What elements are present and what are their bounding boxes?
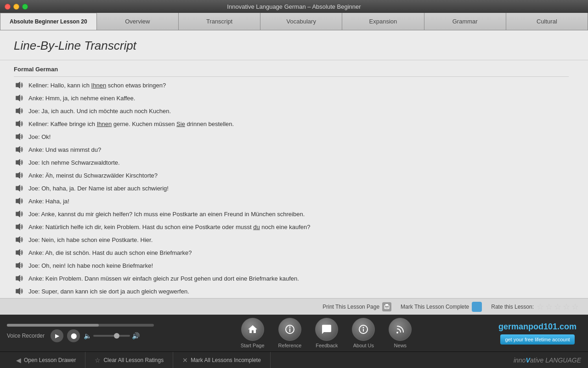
print-icon <box>382 302 391 311</box>
nav-start-page[interactable]: Start Page <box>241 318 265 348</box>
svg-marker-12 <box>16 236 20 243</box>
tab-grammar[interactable]: Grammar <box>424 13 506 30</box>
transcript-line: Joe: Ja, ich auch. Und ich möchte auch n… <box>14 105 569 118</box>
volume-slider[interactable]: 🔈 🔊 <box>84 332 140 339</box>
svg-rect-18 <box>385 304 388 306</box>
tab-active-lesson[interactable]: Absolute Beginner Lesson 20 <box>0 13 97 30</box>
brand-area: germanpod101.com get your free lifetime … <box>487 322 588 345</box>
maximize-button[interactable] <box>22 4 28 10</box>
transcript-line: Anke: Äh, meinst du Schwarzwälder Kirsch… <box>14 169 569 182</box>
innovative-logo-text: innoVative LANGUAGE <box>514 356 581 364</box>
audio-button-14[interactable] <box>14 248 25 258</box>
audio-button-7[interactable] <box>14 158 25 167</box>
line-text-13: Joe: Nein, ich habe schon eine Postkarte… <box>28 236 153 245</box>
tab-vocabulary[interactable]: Vocabulary <box>260 13 342 30</box>
recorder-progress <box>7 324 99 327</box>
transcript-line: Joe: Oh, haha, ja. Der Name ist aber auc… <box>14 182 569 195</box>
svg-marker-10 <box>16 211 20 218</box>
transcript-line: Joe: Super, dann kann ich sie dort ja au… <box>14 285 569 298</box>
svg-marker-3 <box>16 121 20 127</box>
svg-marker-0 <box>16 82 20 89</box>
action-bar: Print This Lesson Page Mark This Lesson … <box>0 298 588 315</box>
tab-bar: Absolute Beginner Lesson 20 Overview Tra… <box>0 13 588 30</box>
drawer-icon: ◀ <box>16 356 21 364</box>
volume-track <box>93 335 130 337</box>
audio-button-8[interactable] <box>14 171 25 180</box>
bottom-bar: Voice Recorder ▶ ⬤ 🔈 🔊 Start Page <box>0 315 588 351</box>
audio-button-15[interactable] <box>14 261 25 270</box>
mark-incomplete-button[interactable]: ✕ Mark All Lessons Incomplete <box>173 352 271 368</box>
complete-checkbox[interactable] <box>472 302 482 312</box>
star-1[interactable]: ☆ <box>537 302 544 312</box>
audio-button-12[interactable] <box>14 223 25 232</box>
mark-incomplete-label: Mark All Lessons Incomplete <box>191 357 261 363</box>
minimize-button[interactable] <box>13 4 19 10</box>
tab-transcript[interactable]: Transcript <box>179 13 260 30</box>
audio-button-1[interactable] <box>14 81 25 90</box>
clear-ratings-label: Clear All Lesson Ratings <box>103 357 164 363</box>
reference-icon <box>278 318 301 341</box>
brand-name: germanpod101.com <box>498 322 577 332</box>
audio-button-9[interactable] <box>14 184 25 193</box>
audio-button-13[interactable] <box>14 236 25 245</box>
print-label: Print This Lesson Page <box>322 304 379 310</box>
play-button[interactable]: ▶ <box>51 329 63 342</box>
tab-overview[interactable]: Overview <box>97 13 179 30</box>
voice-recorder: Voice Recorder ▶ ⬤ 🔈 🔊 <box>0 320 165 346</box>
open-drawer-button[interactable]: ◀ Open Lesson Drawer <box>7 352 85 368</box>
start-page-icon <box>241 318 264 341</box>
open-drawer-label: Open Lesson Drawer <box>24 357 76 363</box>
x-icon: ✕ <box>182 356 188 364</box>
nav-news[interactable]: News <box>389 318 412 348</box>
rate-lesson: Rate this Lesson: ☆ ☆ ☆ ☆ ☆ <box>491 302 579 312</box>
mark-complete[interactable]: Mark This Lesson Complete <box>401 302 482 312</box>
traffic-lights <box>5 4 28 10</box>
svg-marker-15 <box>16 275 20 282</box>
line-text-16: Anke: Kein Problem. Dann müssen wir einf… <box>28 274 299 283</box>
star-4[interactable]: ☆ <box>563 302 570 312</box>
star-3[interactable]: ☆ <box>554 302 561 312</box>
transcript-line: Anke: Kein Problem. Dann müssen wir einf… <box>14 272 569 285</box>
audio-button-5[interactable] <box>14 132 25 142</box>
line-text-8: Anke: Äh, meinst du Schwarzwälder Kirsch… <box>28 171 158 180</box>
transcript-area[interactable]: Formal German Kellner: Hallo, kann ich I… <box>0 60 588 298</box>
content-area: Line-By-Line Transcript Formal German Ke… <box>0 30 588 315</box>
recorder-label: Voice Recorder <box>7 333 45 339</box>
star-5[interactable]: ☆ <box>571 302 579 312</box>
tab-cultural[interactable]: Cultural <box>506 13 588 30</box>
audio-button-2[interactable] <box>14 94 25 103</box>
app-container: Absolute Beginner Lesson 20 Overview Tra… <box>0 13 588 368</box>
close-button[interactable] <box>5 4 11 10</box>
footer-logo: innoVative LANGUAGE <box>514 356 581 364</box>
svg-marker-5 <box>16 146 20 153</box>
audio-button-17[interactable] <box>14 287 25 296</box>
nav-feedback[interactable]: Feedback <box>315 318 338 348</box>
stop-button[interactable]: ⬤ <box>67 329 80 342</box>
brand-cta-button[interactable]: get your free lifetime account <box>500 334 574 345</box>
transcript-line: Anke: Und was nimmst du? <box>14 144 569 156</box>
transcript-line: Anke: Haha, ja! <box>14 195 569 208</box>
feedback-icon <box>315 318 338 341</box>
audio-button-11[interactable] <box>14 210 25 219</box>
star-2[interactable]: ☆ <box>545 302 553 312</box>
print-lesson[interactable]: Print This Lesson Page <box>322 302 391 311</box>
line-text-12: Anke: Natürlich helfe ich dir, kein Prob… <box>28 223 311 232</box>
audio-button-3[interactable] <box>14 107 25 116</box>
page-title: Line-By-Line Transcript <box>0 30 588 60</box>
audio-button-6[interactable] <box>14 145 25 155</box>
window-title: Innovative Language German – Absolute Be… <box>227 3 361 10</box>
svg-marker-16 <box>16 288 20 295</box>
audio-button-10[interactable] <box>14 197 25 206</box>
nav-reference[interactable]: Reference <box>278 318 302 348</box>
nav-about-us[interactable]: About Us <box>352 318 375 348</box>
svg-marker-9 <box>16 198 20 205</box>
tab-expansion[interactable]: Expansion <box>342 13 424 30</box>
transcript-line: Anke: Natürlich helfe ich dir, kein Prob… <box>14 221 569 234</box>
star-icon: ☆ <box>95 356 101 364</box>
audio-button-16[interactable] <box>14 274 25 283</box>
audio-button-4[interactable] <box>14 120 25 129</box>
clear-ratings-button[interactable]: ☆ Clear All Lesson Ratings <box>85 352 173 368</box>
transcript-line: Joe: Ok! <box>14 131 569 144</box>
svg-marker-14 <box>16 262 20 269</box>
star-rating[interactable]: ☆ ☆ ☆ ☆ ☆ <box>537 302 579 312</box>
